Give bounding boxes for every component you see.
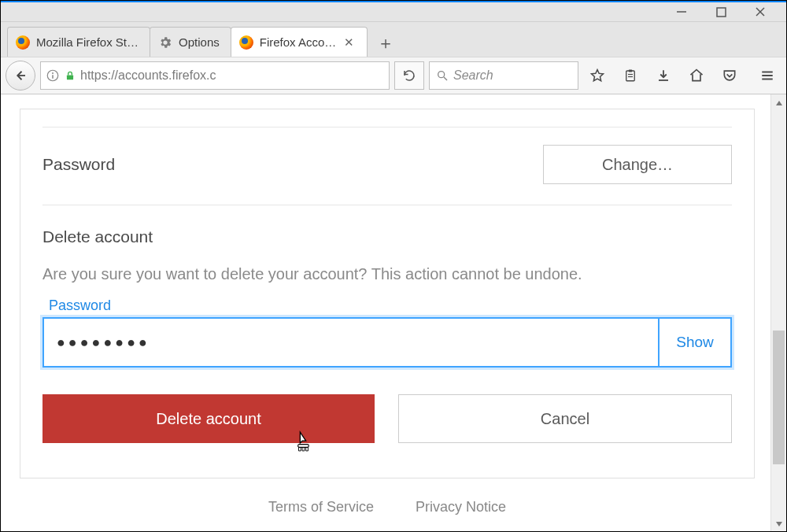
divider — [42, 127, 732, 127]
maximize-button[interactable] — [701, 2, 741, 22]
page-body: Password Change… Delete account Are you … — [1, 94, 770, 532]
terms-link[interactable]: Terms of Service — [268, 499, 374, 515]
tab-label: Mozilla Firefox St… — [36, 35, 139, 49]
svg-rect-8 — [67, 75, 73, 79]
tab-label: Options — [179, 35, 220, 49]
delete-account-heading: Delete account — [42, 227, 732, 246]
svg-point-9 — [438, 72, 445, 78]
password-field-label: Password — [42, 297, 732, 314]
firefox-icon — [239, 35, 253, 50]
new-tab-button[interactable]: ＋ — [371, 30, 400, 57]
svg-line-10 — [444, 77, 447, 80]
tabstrip: Mozilla Firefox St… Options Firefox Acco… — [1, 22, 786, 57]
url-bar[interactable]: https://accounts.firefox.c — [40, 61, 390, 90]
tab-firefox-start[interactable]: Mozilla Firefox St… — [7, 27, 150, 57]
delete-account-button[interactable]: Delete account — [42, 394, 375, 443]
scrollbar[interactable] — [770, 94, 786, 532]
home-button[interactable] — [682, 61, 711, 90]
tab-firefox-accounts[interactable]: Firefox Acco… ✕ — [231, 27, 368, 57]
close-icon[interactable]: ✕ — [342, 35, 356, 50]
svg-point-6 — [52, 72, 54, 74]
bookmark-star-button[interactable] — [583, 61, 611, 90]
tab-options[interactable]: Options — [150, 27, 231, 57]
password-label: Password — [42, 155, 115, 174]
scroll-thumb[interactable] — [773, 331, 785, 464]
scroll-up-button[interactable] — [771, 94, 786, 112]
pocket-button[interactable] — [715, 61, 744, 90]
footer-links: Terms of Service Privacy Notice — [20, 499, 755, 515]
settings-panel: Password Change… Delete account Are you … — [20, 109, 755, 478]
info-icon[interactable] — [46, 68, 60, 83]
back-button[interactable] — [6, 61, 35, 91]
delete-account-warning: Are you sure you want to delete your acc… — [42, 265, 732, 283]
url-text: https://accounts.firefox.c — [80, 68, 216, 83]
button-row: Delete account Cancel — [42, 394, 732, 443]
window-controls — [1, 2, 786, 22]
search-placeholder: Search — [453, 68, 493, 83]
svg-rect-12 — [629, 70, 633, 72]
password-input[interactable] — [44, 319, 658, 366]
cancel-button[interactable]: Cancel — [398, 394, 732, 443]
content-area: Password Change… Delete account Are you … — [1, 94, 786, 532]
change-password-button[interactable]: Change… — [543, 145, 732, 184]
gear-icon — [158, 35, 172, 50]
svg-rect-11 — [626, 71, 635, 81]
password-input-wrapper: Show — [42, 317, 732, 368]
lock-icon — [65, 69, 76, 82]
menu-button[interactable] — [753, 61, 781, 90]
scroll-down-button[interactable] — [771, 515, 786, 532]
navigation-toolbar: https://accounts.firefox.c Search — [1, 57, 786, 94]
downloads-button[interactable] — [649, 61, 678, 90]
close-button[interactable] — [741, 2, 780, 22]
show-password-button[interactable]: Show — [658, 319, 730, 366]
minimize-button[interactable] — [662, 2, 701, 22]
privacy-link[interactable]: Privacy Notice — [416, 499, 506, 515]
svg-rect-7 — [52, 75, 54, 79]
reload-button[interactable] — [394, 61, 424, 90]
search-icon — [436, 69, 449, 82]
clipboard-button[interactable] — [616, 61, 645, 90]
tab-label: Firefox Acco… — [260, 35, 337, 49]
password-row: Password Change… — [42, 145, 732, 205]
search-bar[interactable]: Search — [429, 61, 578, 90]
svg-rect-1 — [717, 8, 726, 17]
svg-rect-19 — [298, 445, 309, 448]
firefox-icon — [16, 35, 30, 50]
